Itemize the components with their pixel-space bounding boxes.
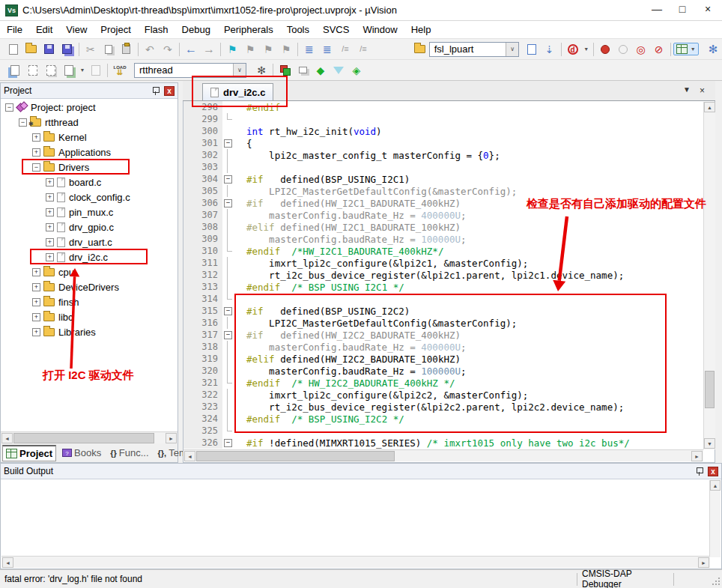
search-dropdown-icon[interactable]: ∨ [506,43,518,56]
editor-vscrollbar[interactable]: ▲ ▼ [703,102,715,449]
find-in-files2-button[interactable] [523,41,541,58]
scroll-up-icon[interactable]: ▲ [704,102,715,112]
menu-view[interactable]: View [59,22,94,37]
panel-tab-books[interactable]: ?Books [59,445,104,461]
scroll-down-icon[interactable]: ▼ [704,438,715,449]
stop-build-button[interactable] [87,62,105,79]
fold-collapse-icon[interactable] [222,437,234,449]
project-tree-hscrollbar[interactable]: ◄ ► [1,431,178,443]
code-line-304[interactable]: 304#if defined(BSP_USING_I2C1) [183,173,703,185]
code-line-315[interactable]: 315#if defined(BSP_USING_I2C2) [183,305,703,317]
fold-collapse-icon[interactable] [222,173,234,185]
redo-button[interactable]: ↷ [159,41,177,58]
minimize-button[interactable]: — [644,0,670,18]
menu-flash[interactable]: Flash [138,22,175,37]
menu-svcs[interactable]: SVCS [316,22,356,37]
menu-peripherals[interactable]: Peripherals [217,22,280,37]
menu-file[interactable]: File [0,22,29,37]
tree-item-kernel[interactable]: +Kernel [1,130,178,145]
tree-item-applications[interactable]: +Applications [1,145,178,160]
batch-build-dropdown[interactable]: ▼ [78,62,87,79]
scroll-right-icon[interactable]: ► [698,557,709,568]
pack-installer-button[interactable]: ◈ [348,62,365,79]
disable-all-breakpoints-button[interactable]: ◎ [632,41,650,58]
comment-button[interactable]: /≡ [336,41,354,58]
build-output-close-button[interactable]: x [708,467,718,476]
tree-expander-icon[interactable]: + [32,298,40,306]
toggle-bookmark-button[interactable]: ⚑ [223,41,241,58]
tree-expander-icon[interactable]: + [46,193,54,201]
tree-item-drv-uart-c[interactable]: +drv_uart.c [1,234,178,249]
maximize-button[interactable]: □ [670,0,695,18]
code-line-300[interactable]: 300int rt_hw_i2c_init(void) [183,125,703,137]
tree-item-clock-config-c[interactable]: +clock_config.c [1,190,178,204]
build-vscrollbar[interactable]: ▲ [709,480,721,557]
current-window-button[interactable]: ▼ [673,43,699,55]
search-combobox[interactable]: fsl_lpuart ∨ [429,42,520,57]
rebuild-button[interactable] [42,62,60,79]
file-extensions-button[interactable] [294,62,312,79]
code-line-311[interactable]: 311 imxrt_lpi2c_configure(&lpi2c1, &mast… [183,257,703,269]
code-line-317[interactable]: 317#if defined(HW_I2C2_BADURATE_400kHZ) [183,329,703,341]
target-dropdown-icon[interactable]: ∨ [233,64,246,77]
manage-project-items-button[interactable] [276,62,294,79]
tab-list-dropdown-icon[interactable]: ▼ [683,85,691,96]
panel-tab-func[interactable]: {}Func... [107,445,151,461]
tree-expander-icon[interactable]: − [19,118,27,127]
pin-icon[interactable] [696,467,703,476]
menu-edit[interactable]: Edit [29,22,59,37]
select-packs-button[interactable] [330,62,348,79]
code-line-319[interactable]: 319#elif defined(HW_I2C2_BADURATE_100kHZ… [183,353,703,365]
uncomment-button[interactable]: /≡ [354,41,372,58]
resize-grip[interactable] [712,577,721,586]
tree-item-cpu[interactable]: +cpu [1,264,178,279]
code-line-324[interactable]: 324#endif /* BSP_USING_I2C2 */ [183,413,703,425]
code-line-316[interactable]: 316 LPI2C_MasterGetDefaultConfig(&master… [183,317,703,329]
tree-expander-icon[interactable]: + [32,268,40,276]
scroll-thumb[interactable] [705,371,715,408]
cut-button[interactable]: ✂ [82,41,100,58]
tree-expander-icon[interactable]: + [46,238,54,246]
incremental-find-button[interactable]: ⇣ [541,41,559,58]
tree-item-rtthread[interactable]: −✱rtthread [1,115,178,130]
code-line-307[interactable]: 307 masterConfig.baudRate_Hz = 400000U; [183,209,703,221]
navigate-forward-button[interactable]: → [200,41,218,58]
menu-tools[interactable]: Tools [280,22,316,37]
target-combobox[interactable]: rtthread ∨ [134,63,246,78]
grep-dropdown[interactable]: ▼ [582,41,591,58]
save-all-button[interactable] [58,41,76,58]
code-line-305[interactable]: 305 LPI2C_MasterGetDefaultConfig(&master… [183,185,703,197]
code-line-303[interactable]: 303 [183,161,703,173]
code-line-312[interactable]: 312 rt_i2c_bus_device_register(&lpi2c1.p… [183,269,703,281]
code-line-326[interactable]: 326#if !defined(MIMXRT1015_SERIES) /* im… [183,437,703,449]
code-line-298[interactable]: 298#endif [183,101,703,113]
tree-item-finsh[interactable]: +finsh [1,294,178,309]
navigate-back-button[interactable]: ← [182,41,200,58]
tree-item-drivers[interactable]: −Drivers [1,160,178,175]
menu-help[interactable]: Help [404,22,438,37]
unindent-button[interactable]: ≣ [300,41,318,58]
scroll-left-icon[interactable]: ◄ [184,451,195,461]
code-line-308[interactable]: 308#elif defined(HW_I2C1_BADURATE_100kHZ… [183,221,703,233]
fold-collapse-icon[interactable] [222,197,234,209]
code-line-322[interactable]: 322 imxrt_lpi2c_configure(&lpi2c2, &mast… [183,389,703,401]
tree-expander-icon[interactable]: + [46,208,54,216]
open-file-button[interactable] [22,41,40,58]
next-bookmark-button[interactable]: ⚑ [259,41,277,58]
download-button[interactable]: LOAD ⇊ [110,61,130,79]
tree-expander-icon[interactable]: − [32,163,40,172]
prev-bookmark-button[interactable]: ⚑ [241,41,259,58]
panel-tab-project[interactable]: Project [2,445,56,461]
scroll-right-icon[interactable]: ► [166,433,177,443]
menu-debug[interactable]: Debug [175,22,217,37]
new-file-button[interactable] [4,41,22,58]
copy-button[interactable] [100,41,118,58]
save-button[interactable] [40,41,58,58]
tree-item-project-project[interactable]: −Project: project [1,100,178,115]
tree-expander-icon[interactable]: − [5,103,13,112]
scroll-left-icon[interactable]: ◄ [1,433,13,443]
code-line-306[interactable]: 306#if defined(HW_I2C1_BADURATE_400kHZ) [183,197,703,209]
tree-expander-icon[interactable]: + [46,223,54,231]
tree-item-libc[interactable]: +libc [1,309,178,324]
code-line-301[interactable]: 301{ [183,137,703,149]
